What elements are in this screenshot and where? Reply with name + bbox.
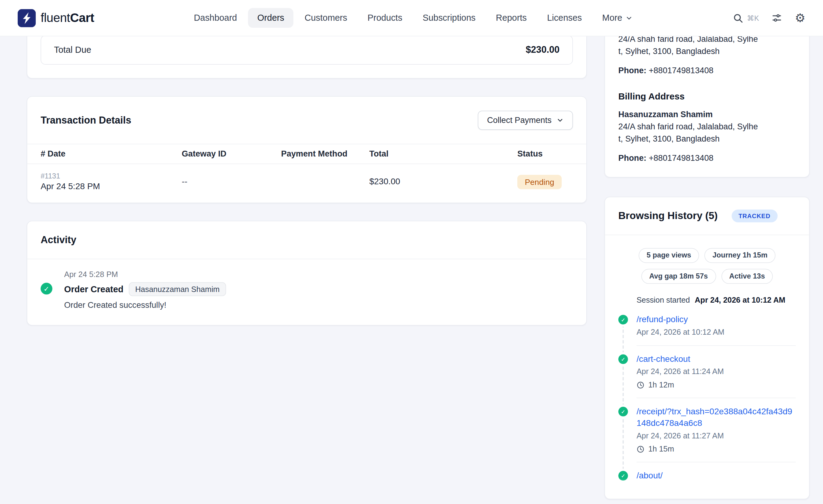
search-icon <box>733 12 744 23</box>
chip-active-time: Active 13s <box>721 269 773 284</box>
top-navbar: fluentCart Dashboard Orders Customers Pr… <box>0 0 823 36</box>
history-entry-link[interactable]: /refund-policy <box>637 314 796 326</box>
column-header-date: # Date <box>40 149 182 159</box>
transaction-gateway-id: -- <box>182 177 281 187</box>
session-started-label: Session started <box>637 296 690 304</box>
transaction-row[interactable]: #1131 Apr 24 5:28 PM -- $230.00 Pending <box>27 164 586 203</box>
brand-name-bold: Cart <box>70 11 94 25</box>
tracked-badge: TRACKED <box>731 210 777 222</box>
activity-event-title: Order Created <box>64 284 123 294</box>
billing-address-line-1: 24/A shah farid road, Jalalabad, Sylhe <box>618 120 796 132</box>
history-entry: ✓ /cart-checkout Apr 24, 2026 at 11:24 A… <box>618 353 796 406</box>
search-button[interactable]: ⌘K <box>733 12 759 23</box>
chip-page-views: 5 page views <box>639 248 699 263</box>
history-entry-time: Apr 24, 2026 at 10:12 AM <box>637 326 796 338</box>
transaction-details-title: Transaction Details <box>40 115 131 126</box>
transaction-date: Apr 24 5:28 PM <box>40 182 182 192</box>
nav-item-products[interactable]: Products <box>358 8 412 28</box>
browsing-timeline: ✓ /refund-policy Apr 24, 2026 at 10:12 A… <box>618 314 796 496</box>
search-shortcut: ⌘K <box>747 14 759 22</box>
shipping-phone-label: Phone: <box>618 65 646 75</box>
brand-name: fluentCart <box>40 11 94 25</box>
transaction-details-header: Transaction Details Collect Payments <box>27 97 586 144</box>
order-totals-box: Total Due $230.00 <box>40 35 573 65</box>
column-header-gateway: Gateway ID <box>182 149 281 159</box>
nav-item-reports[interactable]: Reports <box>487 8 536 28</box>
check-icon: ✓ <box>618 407 628 416</box>
filters-button[interactable] <box>772 13 782 23</box>
browsing-stats-chips: 5 page views Journey 1h 15m Avg gap 18m … <box>618 248 796 284</box>
history-entry-link[interactable]: /receipt/?trx_hash=02e388a04c42fa43d9148… <box>637 406 796 429</box>
billing-address-heading: Billing Address <box>618 90 796 103</box>
history-entry: ✓ /refund-policy Apr 24, 2026 at 10:12 A… <box>618 314 796 353</box>
history-entry-link[interactable]: /about/ <box>637 470 796 482</box>
activity-title-row: Order Created Hasanuzzaman Shamim <box>64 282 573 296</box>
brand-logo[interactable]: fluentCart <box>18 9 94 27</box>
transaction-status-badge: Pending <box>517 174 562 189</box>
browsing-history-card: Browsing History (5) TRACKED 5 page view… <box>605 197 810 499</box>
session-started-row: Session started Apr 24, 2026 at 10:12 AM <box>637 296 796 304</box>
history-entry-content: /refund-policy Apr 24, 2026 at 10:12 AM <box>637 314 796 346</box>
history-entry-time: Apr 24, 2026 at 11:24 AM <box>637 366 796 377</box>
billing-name: Hasanuzzaman Shamim <box>618 109 796 121</box>
history-entry-content: /cart-checkout Apr 24, 2026 at 11:24 AM … <box>637 353 796 398</box>
browsing-history-title: Browsing History (5) <box>618 209 718 223</box>
history-entry-duration: 1h 12m <box>637 379 796 390</box>
check-icon: ✓ <box>618 315 628 325</box>
total-due-label: Total Due <box>54 45 91 55</box>
activity-header: Activity <box>27 221 586 259</box>
history-entry-duration-value: 1h 15m <box>648 444 674 454</box>
billing-address-line-2: t, Sylhet, 3100, Bangladesh <box>618 132 796 145</box>
chevron-down-icon <box>556 117 564 124</box>
activity-message: Order Created successfully! <box>64 299 573 311</box>
nav-item-licenses[interactable]: Licenses <box>538 8 591 28</box>
check-icon: ✓ <box>618 471 628 481</box>
shipping-phone-value: +8801749813408 <box>649 65 713 75</box>
collect-payments-label: Collect Payments <box>487 115 551 125</box>
total-due-value: $230.00 <box>526 44 560 55</box>
shipping-phone-row: Phone: +8801749813408 <box>618 64 796 76</box>
chevron-down-icon <box>625 14 633 22</box>
transaction-table-header: # Date Gateway ID Payment Method Total S… <box>27 144 586 164</box>
main-content: Total Due $230.00 Transaction Details Co… <box>0 36 823 499</box>
nav-item-customers[interactable]: Customers <box>296 8 356 28</box>
history-entry-link[interactable]: /cart-checkout <box>637 353 796 365</box>
browsing-history-header: Browsing History (5) TRACKED <box>605 197 809 235</box>
chip-avg-gap: Avg gap 18m 57s <box>641 269 716 284</box>
nav-item-more-label: More <box>602 13 622 23</box>
right-sidebar: 24/A shah farid road, Jalalabad, Sylhe t… <box>605 36 810 499</box>
nav-item-orders[interactable]: Orders <box>248 8 294 28</box>
customer-address-card: 24/A shah farid road, Jalalabad, Sylhe t… <box>605 15 810 178</box>
shipping-address-line-2: t, Sylhet, 3100, Bangladesh <box>618 45 796 57</box>
billing-phone-row: Phone: +8801749813408 <box>618 152 796 164</box>
activity-title: Activity <box>40 234 573 246</box>
billing-phone-label: Phone: <box>618 153 646 163</box>
activity-card: Activity ✓ Apr 24 5:28 PM Order Created … <box>27 221 587 326</box>
collect-payments-button[interactable]: Collect Payments <box>478 111 573 130</box>
history-entry-time: Apr 24, 2026 at 11:27 AM <box>637 430 796 442</box>
activity-actor-badge: Hasanuzzaman Shamim <box>129 282 226 296</box>
fluentcart-logo-icon <box>18 9 36 27</box>
transaction-total: $230.00 <box>369 177 517 187</box>
history-entry-duration-value: 1h 12m <box>648 379 674 390</box>
column-header-status: Status <box>517 149 573 159</box>
browsing-history-body: 5 page views Journey 1h 15m Avg gap 18m … <box>605 235 809 497</box>
nav-item-subscriptions[interactable]: Subscriptions <box>414 8 485 28</box>
nav-item-dashboard[interactable]: Dashboard <box>185 8 246 28</box>
transaction-details-card: Transaction Details Collect Payments # D… <box>27 96 587 203</box>
activity-timestamp: Apr 24 5:28 PM <box>64 270 573 279</box>
left-column: Total Due $230.00 Transaction Details Co… <box>27 36 587 326</box>
chip-journey-time: Journey 1h 15m <box>705 248 776 263</box>
column-header-total: Total <box>369 149 517 159</box>
check-icon: ✓ <box>40 283 52 295</box>
history-entry-content: /receipt/?trx_hash=02e388a04c42fa43d9148… <box>637 406 796 463</box>
activity-item: ✓ Apr 24 5:28 PM Order Created Hasanuzza… <box>40 270 573 311</box>
navbar-actions: ⌘K ⚙ <box>733 12 806 24</box>
transaction-number[interactable]: #1131 <box>40 172 182 180</box>
settings-button[interactable]: ⚙ <box>795 12 806 24</box>
app-viewport: fluentCart Dashboard Orders Customers Pr… <box>0 0 823 504</box>
history-entry-duration: 1h 15m <box>637 444 796 454</box>
sliders-icon <box>772 13 782 23</box>
nav-item-more[interactable]: More <box>593 8 642 28</box>
column-header-payment-method: Payment Method <box>281 149 369 159</box>
